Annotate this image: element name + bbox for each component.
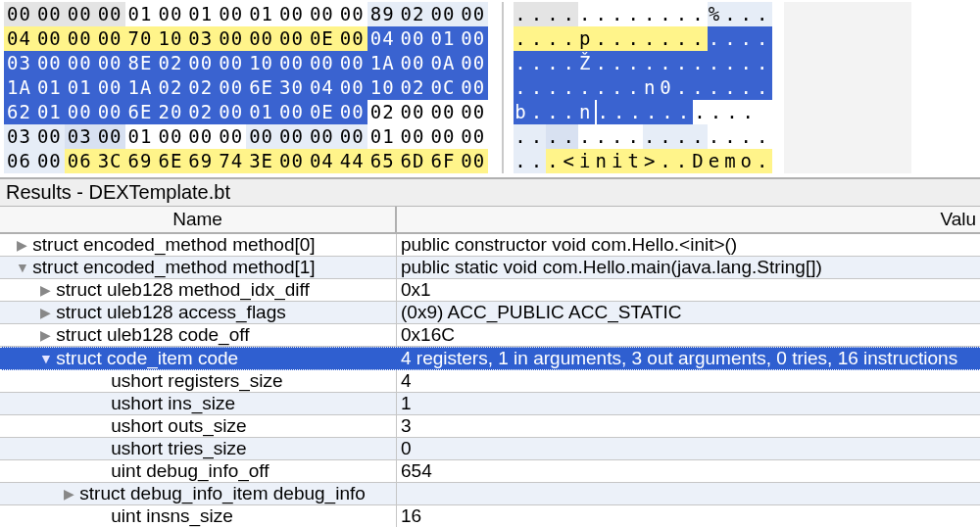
ascii-char[interactable]: .	[675, 149, 691, 173]
hex-byte[interactable]: 01	[65, 75, 95, 100]
ascii-char[interactable]: .	[578, 75, 594, 100]
hex-byte[interactable]: 69	[185, 149, 216, 173]
hex-byte[interactable]: 03	[4, 124, 34, 149]
ascii-char[interactable]: .	[691, 26, 707, 51]
hex-byte[interactable]: 00	[398, 124, 428, 149]
hex-byte[interactable]: 65	[368, 149, 398, 173]
ascii-char[interactable]: e	[708, 149, 723, 173]
hex-byte[interactable]: 00	[337, 2, 368, 26]
hex-byte[interactable]: 00	[95, 2, 125, 26]
hex-byte[interactable]: 6D	[398, 149, 428, 173]
ascii-char[interactable]: .	[691, 75, 707, 100]
ascii-char[interactable]: .	[597, 100, 612, 124]
hex-byte[interactable]: 00	[276, 100, 307, 124]
ascii-char[interactable]: .	[612, 100, 628, 124]
ascii-char[interactable]: .	[628, 100, 644, 124]
hex-byte[interactable]: 00	[458, 2, 488, 26]
hex-byte[interactable]: 02	[398, 2, 428, 26]
hex-byte[interactable]: 01	[185, 2, 216, 26]
ascii-char[interactable]: <	[563, 149, 578, 173]
hex-byte[interactable]: 00	[185, 124, 216, 149]
hex-byte[interactable]: 00	[276, 124, 307, 149]
ascii-char[interactable]: .	[691, 51, 707, 75]
ascii-char[interactable]: .	[723, 75, 739, 100]
ascii-char[interactable]: .	[740, 124, 756, 149]
ascii-char[interactable]: .	[626, 51, 642, 75]
hex-byte[interactable]: 20	[155, 100, 185, 124]
disclosure-right-icon[interactable]: ▶	[16, 234, 27, 256]
hex-byte[interactable]: 01	[125, 124, 156, 149]
hex-byte[interactable]: 6E	[246, 75, 276, 100]
ascii-char[interactable]: .	[530, 149, 546, 173]
ascii-char[interactable]: .	[675, 75, 691, 100]
ascii-char[interactable]: b	[514, 100, 529, 124]
ascii-char[interactable]: p	[578, 26, 594, 51]
tree-row[interactable]: ▶ struct debug_info_item debug_info	[0, 483, 980, 505]
hex-byte[interactable]: 62	[4, 100, 34, 124]
ascii-char[interactable]: .	[756, 124, 771, 149]
hex-byte[interactable]: 04	[4, 26, 34, 51]
hex-byte[interactable]: 02	[368, 100, 398, 124]
hex-byte[interactable]: 00	[458, 124, 488, 149]
ascii-char[interactable]: .	[578, 124, 594, 149]
ascii-char[interactable]: .	[563, 75, 578, 100]
ascii-char[interactable]: .	[595, 124, 611, 149]
hex-byte[interactable]: 00	[95, 100, 125, 124]
tree-row[interactable]: ▶ struct uleb128 method_idx_diff0x1	[0, 279, 980, 302]
hex-viewer[interactable]: 0000000001000100010000008902000004000000…	[0, 0, 980, 179]
hex-byte[interactable]: 04	[368, 26, 398, 51]
ascii-char[interactable]: .	[530, 2, 546, 26]
ascii-char[interactable]: .	[723, 26, 739, 51]
hex-byte[interactable]: 00	[34, 51, 65, 75]
hex-byte[interactable]: 00	[337, 100, 368, 124]
ascii-char[interactable]: .	[643, 26, 659, 51]
hex-byte[interactable]: 04	[307, 75, 337, 100]
hex-byte[interactable]: 8E	[125, 51, 156, 75]
hex-byte[interactable]: 06	[65, 149, 95, 173]
ascii-char[interactable]: .	[514, 26, 529, 51]
hex-byte[interactable]: 00	[185, 51, 216, 75]
ascii-char[interactable]: .	[578, 2, 594, 26]
hex-byte[interactable]: 00	[307, 51, 337, 75]
hex-byte[interactable]: 10	[155, 26, 185, 51]
hex-byte[interactable]: 00	[307, 124, 337, 149]
hex-byte[interactable]: 00	[216, 26, 246, 51]
hex-byte[interactable]: 00	[34, 2, 65, 26]
ascii-char[interactable]: .	[546, 2, 562, 26]
ascii-char[interactable]: .	[740, 51, 756, 75]
tree-row[interactable]: ushort ins_size1	[0, 393, 980, 415]
ascii-char[interactable]: .	[643, 124, 659, 149]
hex-byte[interactable]: 44	[337, 149, 368, 173]
hex-byte[interactable]: 00	[34, 26, 65, 51]
hex-byte[interactable]: 3E	[246, 149, 276, 173]
ascii-char[interactable]: .	[626, 124, 642, 149]
ascii-char[interactable]: .	[659, 124, 674, 149]
hex-byte[interactable]: 00	[246, 124, 276, 149]
hex-byte[interactable]: 0C	[427, 75, 458, 100]
hex-byte[interactable]: 10	[246, 51, 276, 75]
ascii-char[interactable]: .	[740, 26, 756, 51]
hex-byte[interactable]: 00	[276, 2, 307, 26]
disclosure-right-icon[interactable]: ▶	[39, 324, 51, 346]
ascii-char[interactable]: .	[546, 124, 562, 149]
ascii-char[interactable]: 0	[659, 75, 674, 100]
ascii-char[interactable]: .	[546, 75, 562, 100]
hex-byte[interactable]: 00	[427, 124, 458, 149]
ascii-char[interactable]: .	[530, 51, 546, 75]
hex-byte[interactable]: 00	[65, 2, 95, 26]
ascii-char[interactable]: .	[643, 51, 659, 75]
ascii-char[interactable]: .	[643, 2, 659, 26]
hex-byte[interactable]: 00	[216, 124, 246, 149]
hex-byte[interactable]: 00	[337, 26, 368, 51]
hex-byte[interactable]: 0A	[427, 51, 458, 75]
hex-byte[interactable]: 00	[398, 26, 428, 51]
ascii-char[interactable]: .	[661, 100, 676, 124]
hex-byte[interactable]: 1A	[125, 75, 156, 100]
ascii-char[interactable]: i	[611, 149, 626, 173]
column-header-name[interactable]: Name	[0, 207, 397, 232]
hex-byte[interactable]: 00	[65, 26, 95, 51]
hex-byte[interactable]: 00	[276, 26, 307, 51]
hex-byte[interactable]: 01	[246, 100, 276, 124]
hex-byte[interactable]: 00	[458, 149, 488, 173]
hex-byte[interactable]: 00	[458, 26, 488, 51]
